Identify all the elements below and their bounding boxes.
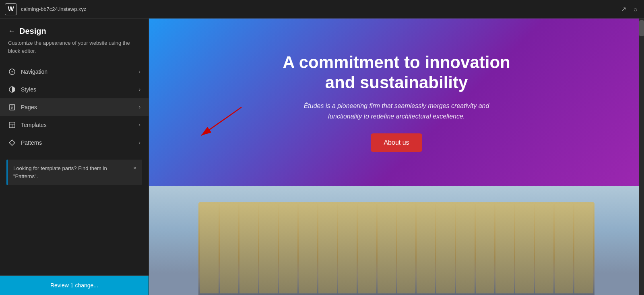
patterns-icon — [8, 139, 16, 147]
facade-bar — [555, 204, 573, 293]
building-facade — [198, 202, 594, 295]
facade-bar — [417, 204, 435, 293]
facade-bar — [397, 204, 416, 293]
sidebar-title: Design — [19, 27, 46, 36]
facade-bar — [318, 204, 337, 293]
facade-bar — [299, 204, 317, 293]
sidebar-content: ← Design Customize the appearance of you… — [0, 19, 149, 275]
about-us-button[interactable]: About us — [371, 133, 422, 152]
facade-bar — [495, 204, 514, 293]
sidebar-header: ← Design — [0, 27, 149, 39]
navigation-chevron: › — [139, 69, 140, 75]
templates-label: Templates — [21, 122, 134, 128]
site-url: calming-bb7c24.instawp.xyz — [21, 6, 615, 12]
notification-box: Looking for template parts? Find them in… — [6, 160, 142, 185]
navigation-label: Navigation — [21, 69, 134, 75]
preview-area: A commitment to innovation and sustainab… — [149, 19, 644, 295]
sidebar-description: Customize the appearance of your website… — [0, 39, 149, 63]
external-link-icon[interactable]: ↗ — [619, 4, 628, 15]
patterns-label: Patterns — [21, 139, 134, 146]
facade-bar — [220, 204, 238, 293]
navigation-icon — [8, 68, 16, 76]
sidebar-item-navigation[interactable]: Navigation › — [0, 63, 149, 81]
styles-label: Styles — [21, 86, 134, 93]
scrollbar-thumb[interactable] — [639, 20, 644, 36]
review-changes-button[interactable]: Review 1 change... — [0, 276, 149, 295]
facade-lines — [198, 202, 594, 295]
templates-icon — [8, 121, 16, 129]
notification-text: Looking for template parts? Find them in… — [13, 164, 130, 180]
notification-close-button[interactable]: × — [133, 165, 136, 171]
search-icon[interactable]: ⌕ — [632, 4, 639, 15]
facade-bar — [239, 204, 258, 293]
hero-title: A commitment to innovation and sustainab… — [276, 52, 517, 93]
svg-point-1 — [12, 71, 13, 73]
facade-bar — [515, 204, 534, 293]
sidebar-item-pages[interactable]: Pages › — [0, 98, 149, 116]
templates-chevron: › — [139, 122, 140, 128]
scrollbar[interactable] — [639, 19, 644, 295]
building-image — [149, 186, 644, 295]
wp-logo[interactable]: W — [5, 3, 17, 15]
facade-bar — [436, 204, 455, 293]
patterns-chevron: › — [139, 140, 140, 145]
styles-icon — [8, 85, 16, 93]
facade-bar — [259, 204, 278, 293]
pages-icon — [8, 103, 16, 111]
pages-chevron: › — [139, 104, 140, 110]
styles-chevron: › — [139, 87, 140, 92]
main-layout: ← Design Customize the appearance of you… — [0, 19, 644, 295]
top-bar: W calming-bb7c24.instawp.xyz ↗ ⌕ — [0, 0, 644, 19]
hero-section: A commitment to innovation and sustainab… — [149, 19, 644, 186]
sidebar-item-patterns[interactable]: Patterns › — [0, 134, 149, 152]
facade-bar — [200, 204, 219, 293]
back-button[interactable]: ← — [8, 27, 15, 35]
facade-bar — [574, 204, 593, 293]
sidebar: ← Design Customize the appearance of you… — [0, 19, 149, 295]
building-section — [149, 186, 644, 295]
facade-bar — [338, 204, 357, 293]
facade-bar — [476, 204, 494, 293]
sidebar-bottom: Review 1 change... — [0, 275, 149, 295]
hero-subtitle: Études is a pioneering firm that seamles… — [296, 101, 497, 121]
facade-bar — [378, 204, 396, 293]
facade-bar — [535, 204, 553, 293]
facade-bar — [358, 204, 376, 293]
sidebar-item-templates[interactable]: Templates › — [0, 116, 149, 134]
sidebar-item-styles[interactable]: Styles › — [0, 81, 149, 98]
facade-bar — [456, 204, 475, 293]
facade-bar — [279, 204, 297, 293]
pages-label: Pages — [21, 104, 134, 110]
